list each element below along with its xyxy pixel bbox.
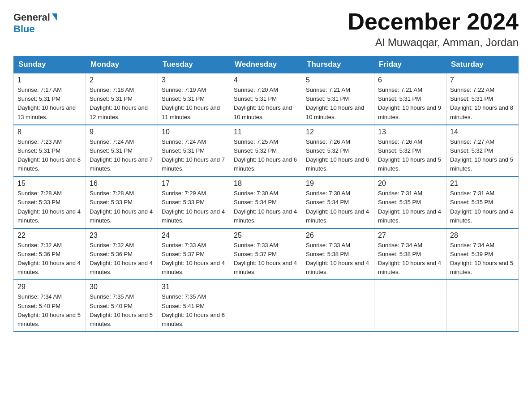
day-number: 1: [17, 76, 82, 84]
day-number: 20: [378, 180, 442, 188]
calendar-cell: 7 Sunrise: 7:22 AM Sunset: 5:31 PM Dayli…: [446, 73, 519, 125]
sunset-label: Sunset: 5:40 PM: [17, 303, 60, 309]
sunset-label: Sunset: 5:31 PM: [90, 147, 133, 154]
logo-general-text: General: [13, 12, 50, 23]
sunset-label: Sunset: 5:32 PM: [234, 147, 277, 154]
sunrise-label: Sunrise: 7:34 AM: [17, 293, 62, 300]
day-info: Sunrise: 7:31 AM Sunset: 5:35 PM Dayligh…: [378, 189, 442, 225]
sunset-label: Sunset: 5:36 PM: [17, 251, 60, 257]
sunrise-label: Sunrise: 7:31 AM: [378, 190, 422, 197]
header-tuesday: Tuesday: [158, 56, 230, 73]
daylight-label: Daylight: 10 hours and 4 minutes.: [17, 208, 81, 224]
daylight-label: Daylight: 10 hours and 4 minutes.: [306, 260, 369, 275]
sunset-label: Sunset: 5:38 PM: [306, 251, 349, 257]
sunrise-label: Sunrise: 7:30 AM: [306, 190, 350, 197]
daylight-label: Daylight: 10 hours and 4 minutes.: [234, 260, 297, 275]
day-info: Sunrise: 7:26 AM Sunset: 5:32 PM Dayligh…: [378, 137, 442, 174]
daylight-label: Daylight: 10 hours and 5 minutes.: [17, 312, 81, 327]
sunset-label: Sunset: 5:31 PM: [450, 95, 493, 102]
calendar-cell: 26 Sunrise: 7:33 AM Sunset: 5:38 PM Dayl…: [302, 228, 374, 280]
calendar-cell: 6 Sunrise: 7:21 AM Sunset: 5:31 PM Dayli…: [374, 73, 446, 125]
calendar-cell: [374, 280, 446, 332]
header-thursday: Thursday: [302, 56, 374, 73]
sunset-label: Sunset: 5:31 PM: [306, 95, 349, 102]
daylight-label: Daylight: 10 hours and 4 minutes.: [234, 208, 297, 224]
sunrise-label: Sunrise: 7:35 AM: [90, 293, 134, 300]
sunset-label: Sunset: 5:31 PM: [17, 95, 60, 102]
calendar-cell: 19 Sunrise: 7:30 AM Sunset: 5:34 PM Dayl…: [302, 176, 374, 228]
daylight-label: Daylight: 10 hours and 4 minutes.: [378, 260, 441, 275]
calendar-cell: 23 Sunrise: 7:32 AM Sunset: 5:36 PM Dayl…: [86, 228, 158, 280]
daylight-label: Daylight: 10 hours and 7 minutes.: [90, 156, 153, 172]
calendar-cell: 3 Sunrise: 7:19 AM Sunset: 5:31 PM Dayli…: [158, 73, 230, 125]
header-monday: Monday: [86, 56, 158, 73]
header-wednesday: Wednesday: [230, 56, 302, 73]
daylight-label: Daylight: 10 hours and 10 minutes.: [306, 104, 364, 120]
day-info: Sunrise: 7:21 AM Sunset: 5:31 PM Dayligh…: [306, 86, 370, 122]
daylight-label: Daylight: 10 hours and 10 minutes.: [234, 104, 292, 120]
day-number: 28: [450, 231, 515, 240]
sunset-label: Sunset: 5:31 PM: [378, 95, 421, 102]
sunrise-label: Sunrise: 7:34 AM: [450, 242, 494, 248]
sunrise-label: Sunrise: 7:24 AM: [90, 138, 134, 145]
month-title: December 2024: [348, 9, 519, 34]
day-number: 4: [234, 76, 298, 84]
day-number: 26: [306, 231, 370, 240]
sunrise-label: Sunrise: 7:27 AM: [450, 138, 494, 145]
daylight-label: Daylight: 10 hours and 4 minutes.: [90, 260, 153, 275]
sunrise-label: Sunrise: 7:21 AM: [378, 86, 422, 93]
calendar-week-5: 29 Sunrise: 7:34 AM Sunset: 5:40 PM Dayl…: [14, 280, 519, 332]
day-number: 19: [306, 180, 370, 188]
sunrise-label: Sunrise: 7:21 AM: [306, 86, 350, 93]
daylight-label: Daylight: 10 hours and 12 minutes.: [90, 104, 148, 120]
sunrise-label: Sunrise: 7:26 AM: [306, 138, 350, 145]
header-saturday: Saturday: [446, 56, 519, 73]
daylight-label: Daylight: 10 hours and 4 minutes.: [162, 260, 225, 275]
calendar-week-2: 8 Sunrise: 7:23 AM Sunset: 5:31 PM Dayli…: [14, 125, 519, 177]
day-info: Sunrise: 7:33 AM Sunset: 5:37 PM Dayligh…: [162, 241, 226, 277]
day-info: Sunrise: 7:28 AM Sunset: 5:33 PM Dayligh…: [17, 189, 82, 225]
calendar-cell: [446, 280, 519, 332]
day-number: 27: [378, 231, 442, 240]
header-sunday: Sunday: [14, 56, 86, 73]
sunset-label: Sunset: 5:31 PM: [234, 95, 277, 102]
day-number: 16: [90, 180, 154, 188]
day-number: 31: [162, 283, 226, 291]
day-info: Sunrise: 7:27 AM Sunset: 5:32 PM Dayligh…: [450, 137, 515, 174]
sunset-label: Sunset: 5:35 PM: [450, 199, 493, 206]
day-number: 23: [90, 231, 154, 240]
logo-blue-text: Blue: [13, 23, 35, 35]
sunset-label: Sunset: 5:37 PM: [162, 251, 205, 257]
daylight-label: Daylight: 10 hours and 5 minutes.: [450, 260, 513, 275]
page-header: General Blue December 2024 Al Muwaqqar, …: [13, 9, 519, 49]
day-number: 21: [450, 180, 515, 188]
sunrise-label: Sunrise: 7:23 AM: [17, 138, 62, 145]
day-info: Sunrise: 7:33 AM Sunset: 5:37 PM Dayligh…: [234, 241, 298, 277]
calendar-table: Sunday Monday Tuesday Wednesday Thursday…: [13, 56, 519, 332]
calendar-cell: 21 Sunrise: 7:31 AM Sunset: 5:35 PM Dayl…: [446, 176, 519, 228]
calendar-cell: 2 Sunrise: 7:18 AM Sunset: 5:31 PM Dayli…: [86, 73, 158, 125]
daylight-label: Daylight: 10 hours and 8 minutes.: [17, 156, 81, 172]
sunset-label: Sunset: 5:32 PM: [378, 147, 421, 154]
day-number: 10: [162, 128, 226, 136]
sunset-label: Sunset: 5:35 PM: [378, 199, 421, 206]
sunrise-label: Sunrise: 7:29 AM: [162, 190, 206, 197]
sunset-label: Sunset: 5:31 PM: [90, 95, 133, 102]
sunrise-label: Sunrise: 7:20 AM: [234, 86, 278, 93]
sunrise-label: Sunrise: 7:25 AM: [234, 138, 278, 145]
sunrise-label: Sunrise: 7:18 AM: [90, 86, 134, 93]
day-number: 3: [162, 76, 226, 84]
calendar-cell: 5 Sunrise: 7:21 AM Sunset: 5:31 PM Dayli…: [302, 73, 374, 125]
calendar-cell: 25 Sunrise: 7:33 AM Sunset: 5:37 PM Dayl…: [230, 228, 302, 280]
sunset-label: Sunset: 5:33 PM: [162, 199, 205, 206]
sunrise-label: Sunrise: 7:19 AM: [162, 86, 206, 93]
day-number: 18: [234, 180, 298, 188]
calendar-cell: 9 Sunrise: 7:24 AM Sunset: 5:31 PM Dayli…: [86, 125, 158, 177]
daylight-label: Daylight: 10 hours and 4 minutes.: [162, 208, 225, 224]
day-info: Sunrise: 7:35 AM Sunset: 5:41 PM Dayligh…: [162, 292, 226, 329]
sunrise-label: Sunrise: 7:35 AM: [162, 293, 206, 300]
day-info: Sunrise: 7:18 AM Sunset: 5:31 PM Dayligh…: [90, 86, 154, 122]
day-info: Sunrise: 7:33 AM Sunset: 5:38 PM Dayligh…: [306, 241, 370, 277]
sunset-label: Sunset: 5:31 PM: [162, 95, 205, 102]
day-info: Sunrise: 7:24 AM Sunset: 5:31 PM Dayligh…: [162, 137, 226, 174]
